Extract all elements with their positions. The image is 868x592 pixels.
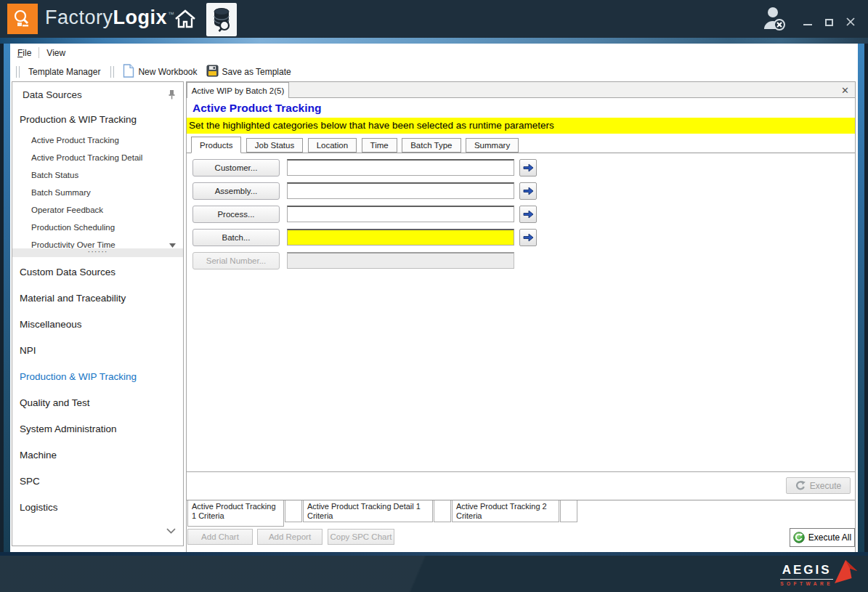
- assembly-row: Assembly...: [187, 182, 855, 200]
- footer: AEGIS SOFTWARE: [0, 556, 868, 592]
- serial-number-row: Serial Number...: [187, 252, 855, 269]
- aegis-software-label: SOFTWARE: [780, 581, 833, 586]
- factorylogix-logo-icon: [7, 4, 38, 34]
- criteria-tab-active-product-tracking-2[interactable]: Active Product Tracking 2 Criteria: [452, 500, 559, 522]
- sidebar-section-material-traceability[interactable]: Material and Traceability: [20, 293, 126, 304]
- execute-separator: [187, 471, 855, 472]
- document-tab-strip: Active WIP by Batch 2(5) ✕: [186, 81, 856, 98]
- chevron-down-icon[interactable]: [166, 524, 176, 537]
- window-frame-left: [0, 44, 10, 556]
- sidebar-section-miscellaneous[interactable]: Miscellaneous: [20, 319, 82, 330]
- assembly-field[interactable]: [287, 182, 514, 199]
- document-area: Active WIP by Batch 2(5) ✕ Active Produc…: [186, 81, 856, 554]
- criteria-tab-active-product-tracking-detail-1[interactable]: Active Product Tracking Detail 1 Criteri…: [303, 500, 433, 522]
- window-controls: [803, 16, 855, 29]
- tab-close-icon[interactable]: ✕: [841, 83, 849, 98]
- menu-view[interactable]: View: [39, 45, 73, 61]
- process-button[interactable]: Process...: [192, 206, 280, 223]
- refresh-icon: [795, 481, 806, 491]
- tab-location[interactable]: Location: [308, 138, 357, 153]
- menu-bar: File View: [10, 44, 858, 62]
- sidebar-section-spc[interactable]: SPC: [20, 476, 40, 487]
- refresh-green-icon: [793, 532, 805, 543]
- aegis-wordmark: AEGIS: [780, 563, 833, 580]
- menu-file[interactable]: File: [10, 45, 38, 61]
- home-icon[interactable]: [173, 7, 198, 31]
- criteria-tab-spacer[interactable]: [560, 500, 577, 522]
- sidebar-item-active-product-tracking-detail[interactable]: Active Product Tracking Detail: [31, 153, 142, 162]
- criteria-category-tabs: Products Job Status Location Time Batch …: [187, 137, 855, 153]
- execute-button: Execute: [786, 477, 851, 494]
- new-workbook-label: New Workbook: [138, 67, 197, 77]
- minimize-icon[interactable]: [803, 24, 812, 25]
- close-icon[interactable]: [846, 16, 855, 29]
- sidebar-item-production-scheduling[interactable]: Production Scheduling: [31, 223, 115, 232]
- pin-icon[interactable]: [168, 89, 176, 102]
- tab-time[interactable]: Time: [362, 138, 397, 153]
- serial-number-field: [287, 252, 514, 269]
- customer-field[interactable]: [287, 159, 514, 176]
- toolbar: Template Manager New Workbook: [10, 62, 858, 81]
- runtime-parameters-banner: Set the highlighted categories below tha…: [187, 118, 855, 134]
- tab-products[interactable]: Products: [191, 137, 241, 153]
- app-title: FactoryLogix™: [45, 7, 175, 29]
- page-title: Active Product Tracking: [192, 102, 321, 115]
- process-row: Process...: [187, 206, 855, 223]
- sidebar-section-logistics[interactable]: Logistics: [20, 502, 58, 513]
- app-window: FactoryLogix™: [0, 0, 868, 592]
- customer-apply-arrow-button[interactable]: [519, 159, 537, 177]
- data-sources-panel: Data Sources Production & WIP Tracking A…: [12, 81, 184, 546]
- sidebar-section-custom-data-sources[interactable]: Custom Data Sources: [20, 267, 115, 277]
- criteria-tab-spacer[interactable]: [285, 500, 302, 522]
- tab-batch-type[interactable]: Batch Type: [402, 138, 461, 153]
- new-workbook-icon: [123, 64, 134, 80]
- save-template-icon: [206, 65, 219, 79]
- footer-gradient-band: [0, 552, 868, 556]
- assembly-apply-arrow-button[interactable]: [519, 182, 537, 200]
- sidebar-section-quality-and-test[interactable]: Quality and Test: [20, 397, 90, 408]
- criteria-tab-active-product-tracking-1[interactable]: Active Product Tracking 1 Criteria: [187, 500, 284, 527]
- assembly-button[interactable]: Assembly...: [192, 182, 280, 200]
- add-chart-button: Add Chart: [187, 529, 253, 545]
- tab-summary[interactable]: Summary: [466, 138, 519, 153]
- sidebar-item-batch-summary[interactable]: Batch Summary: [31, 188, 91, 197]
- new-workbook-button[interactable]: New Workbook: [118, 62, 201, 82]
- copy-spc-chart-button: Copy SPC Chart: [328, 529, 394, 545]
- execute-all-label: Execute All: [808, 532, 851, 543]
- execute-all-button[interactable]: Execute All: [790, 528, 855, 547]
- sidebar-item-batch-status[interactable]: Batch Status: [31, 171, 78, 179]
- customer-button[interactable]: Customer...: [192, 159, 280, 177]
- window-frame-right: [858, 44, 868, 556]
- customer-row: Customer...: [187, 159, 855, 177]
- document-panel: Active Product Tracking Set the highligh…: [186, 98, 856, 554]
- process-field[interactable]: [287, 206, 514, 222]
- panel-splitter[interactable]: ······: [12, 248, 183, 257]
- sidebar-group-production-wip[interactable]: Production & WIP Tracking: [20, 114, 137, 125]
- sidebar-section-system-administration[interactable]: System Administration: [20, 423, 117, 434]
- content-area: File View Template Manager New Workbook: [10, 44, 858, 556]
- process-apply-arrow-button[interactable]: [519, 206, 537, 223]
- criteria-tab-strip: Active Product Tracking 1 Criteria Activ…: [187, 500, 855, 530]
- save-as-template-button[interactable]: Save as Template: [202, 62, 296, 81]
- brand-bold: Logix: [113, 7, 168, 28]
- tab-job-status[interactable]: Job Status: [246, 138, 303, 153]
- maximize-icon[interactable]: [825, 19, 833, 26]
- data-analysis-tool-icon[interactable]: [206, 3, 237, 36]
- serial-number-button: Serial Number...: [192, 252, 280, 269]
- sidebar-item-operator-feedback[interactable]: Operator Feedback: [31, 206, 103, 214]
- sidebar-section-npi[interactable]: NPI: [20, 345, 36, 356]
- batch-field[interactable]: [287, 229, 514, 246]
- batch-button[interactable]: Batch...: [192, 229, 280, 246]
- sidebar-item-active-product-tracking[interactable]: Active Product Tracking: [31, 136, 119, 145]
- user-logout-icon[interactable]: [760, 6, 788, 32]
- add-report-button: Add Report: [257, 529, 323, 545]
- titlebar: FactoryLogix™: [0, 0, 868, 38]
- sidebar-section-machine[interactable]: Machine: [20, 450, 57, 461]
- aegis-flag-icon: [830, 556, 859, 589]
- sidebar-section-production-wip-tracking[interactable]: Production & WIP Tracking: [20, 371, 137, 382]
- window-accent-band: [0, 38, 868, 44]
- template-manager-button[interactable]: Template Manager: [24, 65, 105, 79]
- criteria-tab-spacer[interactable]: [434, 500, 451, 522]
- tab-active-wip-by-batch[interactable]: Active WIP by Batch 2(5): [187, 82, 289, 99]
- batch-apply-arrow-button[interactable]: [519, 229, 537, 246]
